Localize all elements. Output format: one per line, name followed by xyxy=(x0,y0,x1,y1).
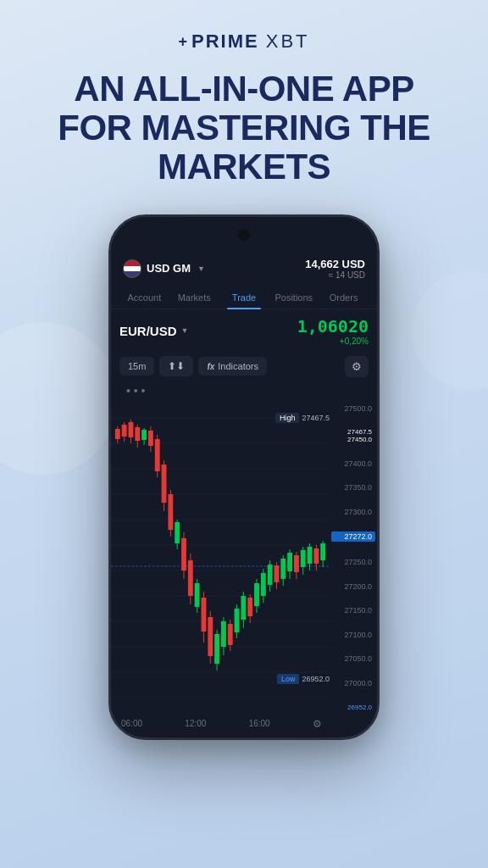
headline: AN ALL-IN-ONE APP FOR MASTERING THE MARK… xyxy=(32,70,456,187)
settings-button[interactable]: ⚙ xyxy=(345,356,369,377)
svg-rect-68 xyxy=(294,555,299,572)
timeframe-button[interactable]: 15m xyxy=(119,357,154,376)
more-options-button[interactable]: • • • xyxy=(121,384,150,398)
svg-rect-38 xyxy=(195,583,200,607)
price-scale: 27500.0 27467.5 27450.0 27400.0 27350.0 … xyxy=(330,401,377,715)
bg-decoration-right xyxy=(412,271,488,390)
svg-rect-18 xyxy=(129,422,134,437)
price-display: 1,06020 +0,20% xyxy=(297,316,369,346)
candle-icon: ⬆⬇ xyxy=(168,360,185,372)
svg-rect-72 xyxy=(308,547,313,564)
trade-panel: EUR/USD ▼ 1,06020 +0,20% xyxy=(111,309,377,351)
camera-notch xyxy=(238,229,250,241)
balance-main: 14,662 USD xyxy=(305,258,365,270)
svg-rect-56 xyxy=(254,583,259,606)
svg-rect-14 xyxy=(115,429,120,439)
price-26952: 26952.0 xyxy=(331,704,375,711)
price-27100: 27100.0 xyxy=(331,631,375,639)
svg-rect-70 xyxy=(301,550,306,567)
pair-row: EUR/USD ▼ 1,06020 +0,20% xyxy=(119,316,369,346)
price-27300: 27300.0 xyxy=(331,508,375,516)
account-name: USD GM xyxy=(147,262,191,275)
price-27400: 27400.0 xyxy=(331,459,375,468)
time-axis: 06:00 12:00 16:00 ⚙ xyxy=(111,715,377,733)
price-27000: 27000.0 xyxy=(331,679,375,687)
low-value: 26952.0 xyxy=(302,675,330,683)
svg-rect-40 xyxy=(202,598,207,632)
svg-rect-64 xyxy=(280,559,286,579)
svg-rect-66 xyxy=(287,553,292,571)
logo-plus-icon: + xyxy=(179,33,190,51)
indicators-button[interactable]: fx Indicators xyxy=(198,357,267,376)
time-0600: 06:00 xyxy=(121,719,142,728)
svg-rect-76 xyxy=(320,543,325,560)
chart-type-button[interactable]: ⬆⬇ xyxy=(159,356,193,376)
dropdown-arrow-icon: ▼ xyxy=(197,264,205,273)
tab-positions[interactable]: Positions xyxy=(269,287,319,309)
top-bar: USD GM ▼ 14,662 USD ≈ 14 USD xyxy=(111,217,377,287)
price-27350: 27350.0 xyxy=(331,483,375,492)
logo-prime: +PRIME xyxy=(179,31,259,53)
tab-markets[interactable]: Markets xyxy=(169,287,219,309)
svg-rect-36 xyxy=(188,560,193,596)
phone-shell: USD GM ▼ 14,662 USD ≈ 14 USD Account Mar… xyxy=(108,214,380,740)
price-27150: 27150.0 xyxy=(331,606,375,615)
low-label: Low xyxy=(277,674,300,684)
svg-rect-54 xyxy=(247,598,252,616)
screen: USD GM ▼ 14,662 USD ≈ 14 USD Account Mar… xyxy=(111,217,377,737)
balance-info: 14,662 USD ≈ 14 USD xyxy=(305,258,365,280)
gear-icon: ⚙ xyxy=(352,360,362,373)
high-value: 27467.5 xyxy=(302,414,330,422)
balance-sub: ≈ 14 USD xyxy=(305,270,365,280)
svg-rect-20 xyxy=(135,427,140,441)
svg-rect-48 xyxy=(228,624,233,645)
svg-rect-32 xyxy=(175,522,180,543)
tab-account[interactable]: Account xyxy=(119,287,169,309)
high-badge: High 27467.5 xyxy=(275,413,330,423)
phone-mockup: USD GM ▼ 14,662 USD ≈ 14 USD Account Mar… xyxy=(108,214,380,740)
price-27050: 27050.0 xyxy=(331,654,375,663)
pair-name: EUR/USD xyxy=(119,324,177,338)
svg-rect-44 xyxy=(214,634,219,664)
svg-rect-62 xyxy=(274,565,280,582)
high-label: High xyxy=(275,413,300,423)
headline-text: AN ALL-IN-ONE APP FOR MASTERING THE MARK… xyxy=(58,70,430,187)
svg-rect-26 xyxy=(155,439,160,471)
toolbar-row: 15m ⬆⬇ fx Indicators ⚙ xyxy=(111,351,377,381)
svg-rect-46 xyxy=(221,621,226,647)
nav-tabs: Account Markets Trade Positions Orders xyxy=(111,287,377,309)
svg-rect-24 xyxy=(148,431,153,446)
svg-rect-22 xyxy=(141,430,147,440)
svg-rect-74 xyxy=(313,548,319,564)
timeframe-label: 15m xyxy=(128,361,146,371)
low-badge: Low 26952.0 xyxy=(277,674,330,684)
svg-rect-34 xyxy=(181,538,186,570)
account-selector[interactable]: USD GM ▼ xyxy=(123,259,205,278)
price-27272-highlight: 27272.0 xyxy=(331,531,375,542)
tab-orders[interactable]: Orders xyxy=(319,287,369,309)
svg-rect-28 xyxy=(162,465,167,503)
price-27200: 27200.0 xyxy=(331,582,375,591)
time-1600: 16:00 xyxy=(249,719,270,728)
svg-rect-52 xyxy=(241,596,246,620)
svg-rect-58 xyxy=(261,573,266,596)
fx-icon: fx xyxy=(207,362,214,371)
bg-decoration-left xyxy=(0,322,119,475)
svg-rect-50 xyxy=(235,609,240,632)
svg-rect-60 xyxy=(268,565,273,585)
svg-rect-16 xyxy=(122,425,127,437)
time-1200: 12:00 xyxy=(185,719,206,728)
svg-rect-42 xyxy=(208,617,213,656)
logo-xbt: XBT xyxy=(266,31,310,53)
chart-area[interactable]: 27500.0 27467.5 27450.0 27400.0 27350.0 … xyxy=(111,401,377,715)
price-27467: 27467.5 27450.0 xyxy=(331,428,375,443)
time-settings-icon[interactable]: ⚙ xyxy=(313,718,322,730)
price-change: +0,20% xyxy=(297,337,369,346)
price-27250: 27250.0 xyxy=(331,558,375,566)
svg-rect-30 xyxy=(168,494,173,530)
indicators-label: Indicators xyxy=(218,361,258,371)
tab-trade[interactable]: Trade xyxy=(219,287,269,309)
pair-selector[interactable]: EUR/USD ▼ xyxy=(119,324,188,338)
logo-area: +PRIME XBT xyxy=(179,31,310,53)
price-27500: 27500.0 xyxy=(331,404,375,413)
